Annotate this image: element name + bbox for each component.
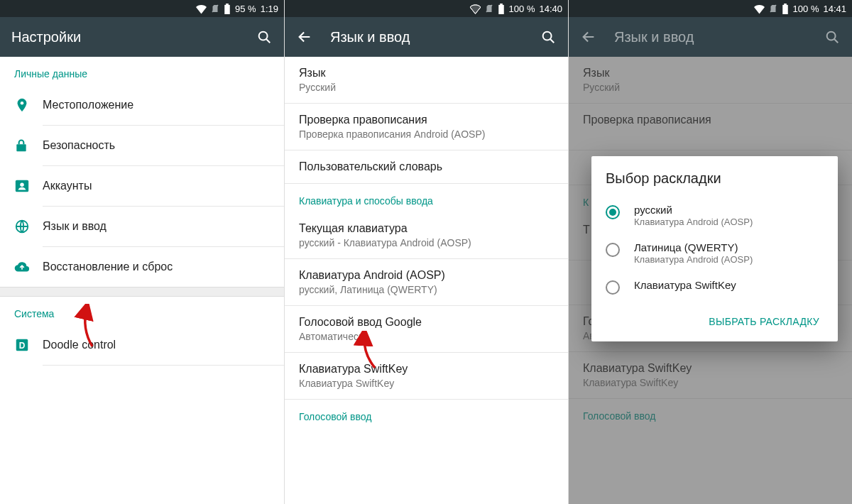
svg-line-18 — [834, 39, 838, 43]
page-title: Настройки — [11, 29, 239, 45]
screen-settings: 95 % 1:19 Настройки Личные данные Местоп… — [0, 0, 284, 504]
lock-icon — [14, 138, 43, 153]
item-aosp-keyboard[interactable]: Клавиатура Android (AOSP) русский, Латин… — [285, 259, 568, 305]
item-doodle-control[interactable]: D Doodle control — [0, 325, 284, 365]
wifi-icon — [196, 4, 207, 14]
layout-option-russian[interactable]: русский Клавиатура Android (AOSP) — [606, 197, 824, 234]
item-backup-reset[interactable]: Восстановление и сброс — [0, 247, 284, 287]
item-location[interactable]: Местоположение — [0, 85, 284, 125]
svg-line-3 — [266, 39, 270, 43]
item-label: Местоположение — [43, 99, 270, 111]
status-bar: 100 % 14:40 — [285, 0, 568, 17]
battery-percent: 95 % — [235, 4, 256, 14]
battery-icon — [498, 4, 505, 14]
svg-point-13 — [543, 32, 552, 40]
svg-point-17 — [827, 32, 836, 40]
item-sub: Русский — [299, 82, 554, 93]
page-title: Язык и ввод — [614, 29, 807, 45]
screen-layout-dialog: 100 % 14:41 Язык и ввод Язык Русский Про… — [568, 0, 852, 504]
sim-icon — [769, 4, 777, 13]
svg-rect-5 — [16, 144, 26, 151]
status-bar: 95 % 1:19 — [0, 0, 284, 17]
svg-point-7 — [20, 182, 24, 187]
item-label: Doodle control — [43, 339, 270, 351]
section-gap — [0, 287, 284, 297]
section-keyboard: Клавиатура и способы ввода — [285, 184, 568, 212]
item-spellcheck: Проверка правописания — [569, 104, 852, 150]
item-title: Клавиатура SwiftKey — [299, 363, 554, 376]
search-icon[interactable] — [824, 28, 841, 45]
doodle-icon: D — [14, 337, 43, 353]
item-title: Голосовой ввод Google — [299, 316, 554, 329]
back-icon[interactable] — [296, 28, 313, 45]
app-bar: Настройки — [0, 17, 284, 57]
item-user-dictionary[interactable]: Пользовательский словарь — [285, 150, 568, 183]
battery-icon — [224, 4, 231, 14]
clock: 1:19 — [261, 4, 278, 14]
item-title: Текущая клавиатура — [299, 222, 554, 235]
item-title: Проверка правописания — [583, 114, 838, 126]
option-title: Латиница (QWERTY) — [634, 241, 753, 253]
item-title: Проверка правописания — [299, 114, 554, 126]
battery-icon — [782, 4, 789, 14]
item-swiftkey[interactable]: Клавиатура SwiftKey Клавиатура SwiftKey — [285, 353, 568, 399]
settings-list: Личные данные Местоположение Безопасност… — [0, 57, 284, 504]
option-sub: Клавиатура Android (AOSP) — [634, 254, 753, 265]
item-google-voice[interactable]: Голосовой ввод Google Автоматически — [285, 306, 568, 352]
sim-icon — [485, 4, 493, 13]
item-sub: Клавиатура SwiftKey — [299, 378, 554, 389]
account-icon — [14, 178, 43, 194]
section-voice: Голосовой ввод — [569, 399, 852, 427]
item-security[interactable]: Безопасность — [0, 126, 284, 165]
wifi-icon — [470, 4, 481, 14]
divider — [43, 365, 284, 366]
item-sub: русский, Латиница (QWERTY) — [299, 284, 554, 295]
item-label: Безопасность — [43, 139, 270, 152]
item-language: Язык Русский — [569, 57, 852, 103]
app-bar: Язык и ввод — [569, 17, 852, 57]
location-icon — [14, 97, 43, 113]
item-label: Восстановление и сброс — [43, 261, 270, 273]
item-sub: Автоматически — [299, 331, 554, 342]
battery-percent: 100 % — [793, 4, 819, 14]
globe-icon — [14, 219, 43, 234]
layout-picker-dialog: Выбор раскладки русский Клавиатура Andro… — [591, 156, 838, 341]
language-list: Язык Русский Проверка правописания Прове… — [285, 57, 568, 504]
item-sub: Клавиатура SwiftKey — [583, 377, 838, 388]
section-system: Система — [0, 297, 284, 325]
item-title: Язык — [299, 67, 554, 80]
back-icon[interactable] — [580, 28, 597, 45]
svg-point-4 — [21, 102, 24, 105]
item-accounts[interactable]: Аккаунты — [0, 166, 284, 206]
choose-layout-button[interactable]: ВЫБРАТЬ РАСКЛАДКУ — [704, 309, 824, 334]
svg-rect-16 — [784, 4, 787, 5]
section-voice: Голосовой ввод — [285, 400, 568, 428]
layout-option-latin[interactable]: Латиница (QWERTY) Клавиатура Android (AO… — [606, 234, 824, 272]
item-spellcheck[interactable]: Проверка правописания Проверка правописа… — [285, 104, 568, 150]
search-icon[interactable] — [540, 28, 557, 45]
layout-option-swiftkey[interactable]: Клавиатура SwiftKey — [606, 272, 824, 302]
item-language-input[interactable]: Язык и ввод — [0, 207, 284, 246]
item-language[interactable]: Язык Русский — [285, 57, 568, 103]
item-current-keyboard[interactable]: Текущая клавиатура русский - Клавиатура … — [285, 212, 568, 258]
svg-rect-11 — [498, 4, 504, 13]
page-title: Язык и ввод — [330, 29, 523, 45]
item-label: Аккаунты — [43, 180, 270, 192]
svg-rect-15 — [782, 4, 788, 13]
battery-percent: 100 % — [509, 4, 535, 14]
status-bar: 100 % 14:41 — [569, 0, 852, 17]
backup-icon — [14, 259, 43, 275]
sim-icon — [211, 4, 219, 13]
radio-icon — [606, 205, 620, 219]
screen-language-input: 100 % 14:40 Язык и ввод Язык Русский Про… — [284, 0, 568, 504]
svg-line-14 — [550, 39, 554, 43]
svg-rect-0 — [224, 4, 230, 13]
item-sub: Русский — [583, 82, 838, 93]
search-icon[interactable] — [256, 28, 273, 45]
item-title: Язык — [583, 67, 838, 80]
option-title: русский — [634, 204, 753, 216]
radio-icon — [606, 280, 620, 295]
item-label: Язык и ввод — [43, 220, 270, 233]
clock: 14:41 — [823, 4, 846, 14]
svg-point-2 — [259, 32, 268, 40]
